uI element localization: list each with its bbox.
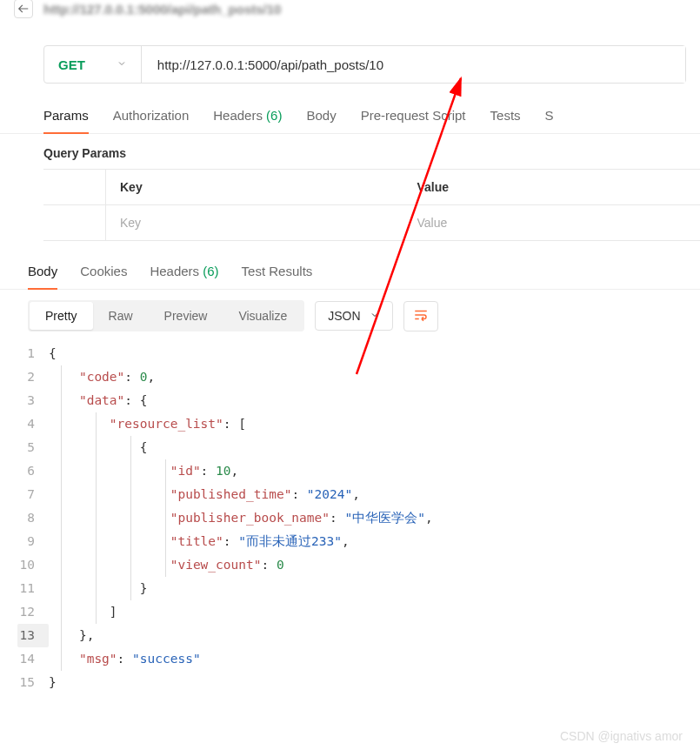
line-number: 11 [17,577,49,600]
format-bar: PrettyRawPreviewVisualize JSON [0,290,700,342]
code-line: 3 "data": { [17,389,700,412]
query-params-title: Query Params [0,134,700,169]
wrap-icon [413,307,429,323]
format-mode-group: PrettyRawPreviewVisualize [28,300,304,331]
lang-select[interactable]: JSON [315,301,392,331]
params-check-col [43,170,106,204]
response-tabs: BodyCookiesHeaders (6)Test Results [0,264,700,290]
back-button[interactable] [14,0,33,18]
line-number: 8 [17,506,49,530]
line-content: } [49,577,148,600]
params-key-header: Key [106,170,403,204]
line-content: "title": "而非未通过233", [49,530,350,553]
line-number: 1 [17,342,49,365]
response-tab-cookies[interactable]: Cookies [80,264,127,289]
format-visualize[interactable]: Visualize [223,302,303,330]
watermark: CSDN @ignativs amor [560,729,683,743]
request-row: GET [43,45,686,84]
line-number: 10 [17,553,49,577]
chevron-down-icon [370,309,380,323]
params-header-row: Key Value [43,170,700,205]
lang-label: JSON [328,309,360,323]
line-content: "data": { [49,389,148,412]
line-number: 2 [17,365,49,389]
response-tab-body[interactable]: Body [28,264,57,289]
code-line: 5 { [17,436,700,459]
params-value-input[interactable] [417,216,687,230]
line-number: 7 [17,483,49,506]
count-badge: (6) [199,264,219,278]
line-number: 13 [17,624,49,647]
response-body[interactable]: 1{2 "code": 0,3 "data": {4 "resource_lis… [0,342,700,694]
tab-tests[interactable]: Tests [490,108,521,133]
method-label: GET [58,57,85,72]
tab-params[interactable]: Params [43,108,89,133]
request-tabs: ParamsAuthorizationHeaders (6)BodyPre-re… [0,108,700,134]
code-line: 14 "msg": "success" [17,647,700,671]
code-line: 7 "published_time": "2024", [17,483,700,506]
line-number: 4 [17,412,49,436]
url-input[interactable] [142,46,685,83]
format-raw[interactable]: Raw [93,302,149,330]
line-content: "resource_list": [ [49,412,246,436]
tab-headers[interactable]: Headers (6) [213,108,282,133]
tab-body[interactable]: Body [306,108,336,133]
count-badge: (6) [263,108,283,123]
code-line: 2 "code": 0, [17,365,700,389]
code-line: 13 }, [17,624,700,647]
format-preview[interactable]: Preview [149,302,223,330]
response-tab-headers[interactable]: Headers (6) [150,264,218,289]
code-line: 4 "resource_list": [ [17,412,700,436]
tab-pre-request-script[interactable]: Pre-request Script [361,108,466,133]
line-content: "id": 10, [49,459,238,483]
query-params-table: Key Value [43,169,700,241]
format-pretty[interactable]: Pretty [30,302,93,330]
line-content: "msg": "success" [49,647,201,671]
params-row [43,205,700,241]
line-number: 12 [17,600,49,624]
line-content: { [49,342,57,365]
line-number: 3 [17,389,49,412]
code-line: 10 "view_count": 0 [17,553,700,577]
code-line: 6 "id": 10, [17,459,700,483]
code-line: 9 "title": "而非未通过233", [17,530,700,553]
line-content: "view_count": 0 [49,553,284,577]
line-number: 6 [17,459,49,483]
line-content: { [49,436,148,459]
line-content: ] [49,600,117,624]
breadcrumb-url: http://127.0.0.1:5000/api/path_posts/10 [43,2,281,17]
line-content: } [49,671,57,694]
line-number: 15 [17,671,49,694]
tab-s[interactable]: S [545,108,554,133]
code-line: 8 "publisher_book_name": "中华医学会", [17,506,700,530]
chevron-down-icon [117,57,127,71]
code-line: 1{ [17,342,700,365]
response-tab-test-results[interactable]: Test Results [242,264,313,289]
line-number: 5 [17,436,49,459]
line-number: 9 [17,530,49,553]
line-content: "published_time": "2024", [49,483,360,506]
line-content: "code": 0, [49,365,155,389]
line-number: 14 [17,647,49,671]
method-select[interactable]: GET [44,46,142,83]
line-content: }, [49,624,94,647]
wrap-button[interactable] [403,301,438,331]
tab-authorization[interactable]: Authorization [113,108,190,133]
line-content: "publisher_book_name": "中华医学会", [49,506,433,530]
top-bar: http://127.0.0.1:5000/api/path_posts/10 [0,0,700,17]
params-key-input[interactable] [120,216,390,230]
code-line: 15} [17,671,700,694]
code-line: 11 } [17,577,700,600]
arrow-left-icon [17,3,30,15]
params-value-header: Value [403,170,701,204]
params-row-check[interactable] [43,205,106,240]
code-line: 12 ] [17,600,700,624]
